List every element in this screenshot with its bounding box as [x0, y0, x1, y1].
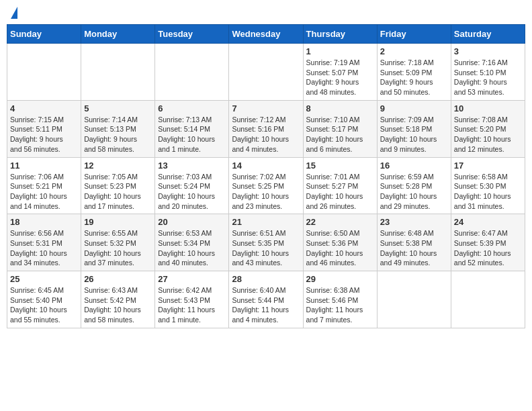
page-header — [7, 7, 525, 19]
day-number: 1 — [306, 46, 374, 56]
day-info: Sunrise: 6:47 AM Sunset: 5:39 PM Dayligh… — [454, 228, 522, 268]
calendar-cell: 1Sunrise: 7:19 AM Sunset: 5:07 PM Daylig… — [303, 44, 377, 101]
day-of-week-header: Tuesday — [155, 25, 229, 44]
day-info: Sunrise: 6:59 AM Sunset: 5:28 PM Dayligh… — [380, 172, 448, 212]
calendar-cell — [155, 44, 229, 101]
day-number: 12 — [84, 161, 152, 171]
calendar-cell: 15Sunrise: 7:01 AM Sunset: 5:27 PM Dayli… — [303, 157, 377, 214]
day-number: 15 — [306, 161, 374, 171]
calendar-cell — [377, 271, 451, 328]
calendar-table: SundayMondayTuesdayWednesdayThursdayFrid… — [7, 24, 525, 328]
day-number: 14 — [232, 161, 300, 171]
day-info: Sunrise: 6:42 AM Sunset: 5:43 PM Dayligh… — [158, 285, 226, 325]
calendar-cell: 12Sunrise: 7:05 AM Sunset: 5:23 PM Dayli… — [81, 157, 155, 214]
calendar-cell: 18Sunrise: 6:56 AM Sunset: 5:31 PM Dayli… — [7, 214, 81, 271]
day-number: 9 — [380, 103, 448, 113]
calendar-cell: 17Sunrise: 6:58 AM Sunset: 5:30 PM Dayli… — [451, 157, 525, 214]
calendar-cell: 5Sunrise: 7:14 AM Sunset: 5:13 PM Daylig… — [81, 100, 155, 157]
calendar-cell — [229, 44, 303, 101]
day-number: 11 — [10, 161, 78, 171]
day-info: Sunrise: 7:18 AM Sunset: 5:09 PM Dayligh… — [380, 58, 448, 97]
day-info: Sunrise: 7:02 AM Sunset: 5:25 PM Dayligh… — [232, 172, 300, 212]
calendar-cell: 14Sunrise: 7:02 AM Sunset: 5:25 PM Dayli… — [229, 157, 303, 214]
day-of-week-header: Thursday — [303, 25, 377, 44]
day-number: 4 — [10, 103, 78, 113]
calendar-week-row: 25Sunrise: 6:45 AM Sunset: 5:40 PM Dayli… — [7, 271, 525, 328]
logo — [9, 7, 17, 19]
day-info: Sunrise: 6:38 AM Sunset: 5:46 PM Dayligh… — [306, 285, 374, 325]
calendar-cell: 23Sunrise: 6:48 AM Sunset: 5:38 PM Dayli… — [377, 214, 451, 271]
logo-arrow-icon — [11, 7, 17, 19]
calendar-week-row: 18Sunrise: 6:56 AM Sunset: 5:31 PM Dayli… — [7, 214, 525, 271]
calendar-cell: 25Sunrise: 6:45 AM Sunset: 5:40 PM Dayli… — [7, 271, 81, 328]
day-number: 25 — [10, 274, 78, 284]
calendar-cell: 2Sunrise: 7:18 AM Sunset: 5:09 PM Daylig… — [377, 44, 451, 101]
day-info: Sunrise: 7:14 AM Sunset: 5:13 PM Dayligh… — [84, 115, 152, 154]
day-info: Sunrise: 7:03 AM Sunset: 5:24 PM Dayligh… — [158, 172, 226, 212]
day-info: Sunrise: 7:12 AM Sunset: 5:16 PM Dayligh… — [232, 115, 300, 154]
day-info: Sunrise: 6:51 AM Sunset: 5:35 PM Dayligh… — [232, 228, 300, 268]
calendar-week-row: 11Sunrise: 7:06 AM Sunset: 5:21 PM Dayli… — [7, 157, 525, 214]
calendar-cell: 6Sunrise: 7:13 AM Sunset: 5:14 PM Daylig… — [155, 100, 229, 157]
day-info: Sunrise: 7:05 AM Sunset: 5:23 PM Dayligh… — [84, 172, 152, 212]
calendar-cell: 10Sunrise: 7:08 AM Sunset: 5:20 PM Dayli… — [451, 100, 525, 157]
day-number: 7 — [232, 103, 300, 113]
calendar-cell: 3Sunrise: 7:16 AM Sunset: 5:10 PM Daylig… — [451, 44, 525, 101]
day-info: Sunrise: 6:53 AM Sunset: 5:34 PM Dayligh… — [158, 228, 226, 268]
calendar-cell: 8Sunrise: 7:10 AM Sunset: 5:17 PM Daylig… — [303, 100, 377, 157]
day-info: Sunrise: 7:13 AM Sunset: 5:14 PM Dayligh… — [158, 115, 226, 154]
day-info: Sunrise: 7:09 AM Sunset: 5:18 PM Dayligh… — [380, 115, 448, 154]
day-info: Sunrise: 7:10 AM Sunset: 5:17 PM Dayligh… — [306, 115, 374, 154]
day-number: 5 — [84, 103, 152, 113]
calendar-cell: 11Sunrise: 7:06 AM Sunset: 5:21 PM Dayli… — [7, 157, 81, 214]
day-number: 3 — [454, 46, 522, 56]
calendar-cell — [81, 44, 155, 101]
calendar-cell: 26Sunrise: 6:43 AM Sunset: 5:42 PM Dayli… — [81, 271, 155, 328]
calendar-cell: 9Sunrise: 7:09 AM Sunset: 5:18 PM Daylig… — [377, 100, 451, 157]
calendar-cell: 4Sunrise: 7:15 AM Sunset: 5:11 PM Daylig… — [7, 100, 81, 157]
day-number: 21 — [232, 217, 300, 227]
calendar-week-row: 1Sunrise: 7:19 AM Sunset: 5:07 PM Daylig… — [7, 44, 525, 101]
calendar-cell — [451, 271, 525, 328]
day-info: Sunrise: 6:56 AM Sunset: 5:31 PM Dayligh… — [10, 228, 78, 268]
day-info: Sunrise: 6:43 AM Sunset: 5:42 PM Dayligh… — [84, 285, 152, 325]
day-number: 17 — [454, 161, 522, 171]
day-info: Sunrise: 7:16 AM Sunset: 5:10 PM Dayligh… — [454, 58, 522, 97]
day-number: 2 — [380, 46, 448, 56]
calendar-header-row: SundayMondayTuesdayWednesdayThursdayFrid… — [7, 25, 525, 44]
day-number: 27 — [158, 274, 226, 284]
day-number: 8 — [306, 103, 374, 113]
calendar-cell: 21Sunrise: 6:51 AM Sunset: 5:35 PM Dayli… — [229, 214, 303, 271]
day-info: Sunrise: 6:58 AM Sunset: 5:30 PM Dayligh… — [454, 172, 522, 212]
calendar-cell: 29Sunrise: 6:38 AM Sunset: 5:46 PM Dayli… — [303, 271, 377, 328]
day-info: Sunrise: 6:45 AM Sunset: 5:40 PM Dayligh… — [10, 285, 78, 325]
day-number: 23 — [380, 217, 448, 227]
calendar-cell: 19Sunrise: 6:55 AM Sunset: 5:32 PM Dayli… — [81, 214, 155, 271]
calendar-cell: 27Sunrise: 6:42 AM Sunset: 5:43 PM Dayli… — [155, 271, 229, 328]
day-of-week-header: Sunday — [7, 25, 81, 44]
calendar-cell: 20Sunrise: 6:53 AM Sunset: 5:34 PM Dayli… — [155, 214, 229, 271]
day-of-week-header: Saturday — [451, 25, 525, 44]
day-number: 13 — [158, 161, 226, 171]
day-info: Sunrise: 6:55 AM Sunset: 5:32 PM Dayligh… — [84, 228, 152, 268]
calendar-cell — [7, 44, 81, 101]
day-info: Sunrise: 6:40 AM Sunset: 5:44 PM Dayligh… — [232, 285, 300, 325]
day-info: Sunrise: 7:06 AM Sunset: 5:21 PM Dayligh… — [10, 172, 78, 212]
day-info: Sunrise: 7:19 AM Sunset: 5:07 PM Dayligh… — [306, 58, 374, 97]
day-number: 10 — [454, 103, 522, 113]
day-number: 19 — [84, 217, 152, 227]
day-number: 29 — [306, 274, 374, 284]
calendar-cell: 24Sunrise: 6:47 AM Sunset: 5:39 PM Dayli… — [451, 214, 525, 271]
day-of-week-header: Wednesday — [229, 25, 303, 44]
day-number: 6 — [158, 103, 226, 113]
day-number: 20 — [158, 217, 226, 227]
day-info: Sunrise: 7:15 AM Sunset: 5:11 PM Dayligh… — [10, 115, 78, 154]
calendar-cell: 13Sunrise: 7:03 AM Sunset: 5:24 PM Dayli… — [155, 157, 229, 214]
calendar-cell: 16Sunrise: 6:59 AM Sunset: 5:28 PM Dayli… — [377, 157, 451, 214]
day-of-week-header: Friday — [377, 25, 451, 44]
day-number: 16 — [380, 161, 448, 171]
calendar-week-row: 4Sunrise: 7:15 AM Sunset: 5:11 PM Daylig… — [7, 100, 525, 157]
calendar-cell: 28Sunrise: 6:40 AM Sunset: 5:44 PM Dayli… — [229, 271, 303, 328]
calendar-cell: 7Sunrise: 7:12 AM Sunset: 5:16 PM Daylig… — [229, 100, 303, 157]
calendar-cell: 22Sunrise: 6:50 AM Sunset: 5:36 PM Dayli… — [303, 214, 377, 271]
